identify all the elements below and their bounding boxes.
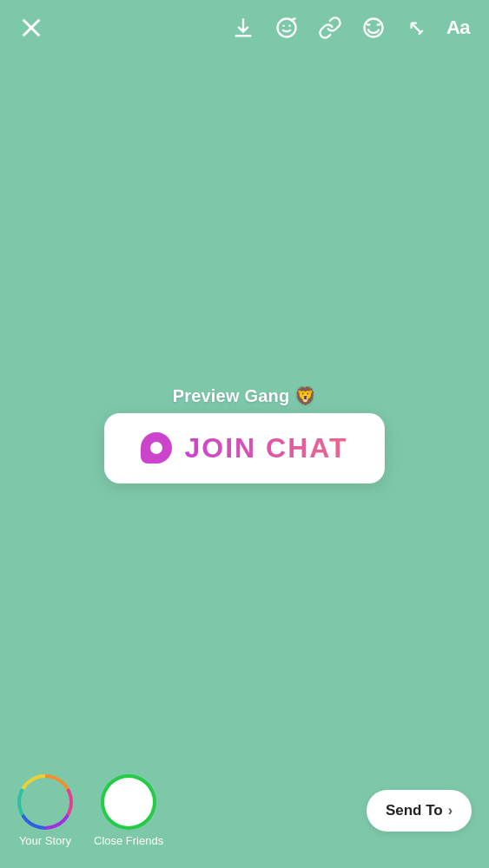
link-button[interactable] — [318, 16, 342, 40]
your-story-label: Your Story — [19, 834, 71, 847]
face-filter-button[interactable] — [361, 16, 386, 40]
pencil-button[interactable] — [405, 16, 427, 39]
text-tool-label: Aa — [446, 18, 470, 37]
close-friends-label: Close Friends — [94, 834, 163, 847]
text-button[interactable]: Aa — [446, 18, 470, 37]
chat-bubble-icon — [141, 432, 172, 464]
send-to-label: Send To — [386, 802, 443, 819]
svg-point-7 — [294, 17, 295, 19]
pencil-icon — [400, 12, 432, 44]
join-chat-sticker: Preview Gang 🦁 JOIN CHAT — [104, 385, 384, 483]
close-friends-item[interactable]: ★ Close Friends — [94, 774, 163, 847]
send-to-button[interactable]: Send To › — [367, 790, 472, 832]
svg-line-8 — [412, 23, 421, 33]
story-options: Your Story ★ Close Friends — [17, 774, 163, 847]
svg-point-4 — [277, 19, 295, 37]
your-story-avatar-inner — [21, 778, 69, 826]
close-friends-avatar-inner: ★ — [104, 778, 153, 826]
star-icon: ★ — [120, 791, 137, 813]
bottom-bar: Your Story ★ Close Friends Send To › — [0, 760, 489, 868]
link-icon — [318, 16, 342, 40]
close-friends-avatar: ★ — [101, 774, 156, 830]
sticker-button[interactable] — [274, 16, 299, 40]
svg-point-5 — [282, 25, 284, 27]
svg-point-6 — [288, 25, 290, 27]
join-chat-text: JOIN CHAT — [184, 432, 347, 464]
download-icon — [231, 16, 255, 40]
chevron-right-icon: › — [448, 803, 453, 819]
download-button[interactable] — [231, 16, 255, 40]
join-chat-card[interactable]: JOIN CHAT — [104, 413, 384, 483]
your-story-item[interactable]: Your Story — [17, 774, 73, 847]
sticker-face-icon — [274, 16, 299, 40]
close-icon — [19, 16, 43, 40]
main-canvas: Preview Gang 🦁 JOIN CHAT — [0, 0, 489, 868]
your-story-avatar — [17, 774, 73, 830]
close-button[interactable] — [19, 16, 43, 40]
face-filter-icon — [361, 16, 386, 40]
toolbar-right-icons: Aa — [231, 16, 470, 40]
top-toolbar: Aa — [0, 0, 489, 56]
group-name-label: Preview Gang 🦁 — [173, 385, 317, 406]
